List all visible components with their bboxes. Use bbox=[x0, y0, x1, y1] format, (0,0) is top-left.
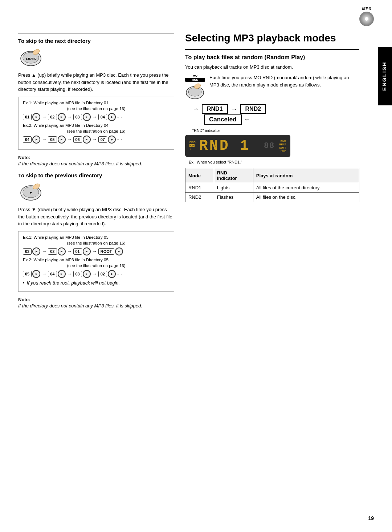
prev-dir-label-02b: 02 bbox=[98, 271, 107, 277]
rnd-label: RND bbox=[185, 78, 205, 82]
bullet-root: • If you reach the root, playback will n… bbox=[23, 280, 170, 286]
prev-dir-node-02: 02 bbox=[48, 247, 65, 255]
dir-label-03: 03 bbox=[73, 114, 82, 120]
dir-icon-06 bbox=[83, 136, 91, 144]
skip-prev-body: Press ▼ (down) briefly while playing an … bbox=[18, 206, 174, 227]
prev-example1-sub: (see the illustration on page 16) bbox=[23, 241, 170, 245]
mo-rnd-button-icon bbox=[185, 82, 205, 99]
prev-arrow-4: → bbox=[42, 271, 46, 277]
random-play-section: To play back files at random (Random Pla… bbox=[185, 54, 359, 202]
rnd-row2: Canceled ← bbox=[185, 114, 359, 125]
prev-example2-title: Ex.2: While playing an MP3 file in Direc… bbox=[23, 258, 170, 262]
display-small-text: 88 bbox=[264, 141, 275, 150]
display-left-labels: DISC CD ♪ bbox=[189, 141, 196, 151]
svg-point-9 bbox=[188, 88, 201, 96]
table-header-mode: Mode bbox=[185, 168, 214, 183]
prev-example2-sub: (see the illustration on page 16) bbox=[23, 263, 170, 268]
skip-prev-heading: To skip to the previous directory bbox=[18, 172, 174, 178]
dir-label-06: 06 bbox=[73, 136, 82, 143]
prev-dir-icon-02b bbox=[108, 270, 116, 278]
skip-next-section: To skip to the next directory ▲BAND Pres… bbox=[18, 38, 174, 167]
prev-button-icon: ▼ bbox=[18, 182, 44, 202]
table-cell-indicator-rnd1: Lights bbox=[214, 183, 253, 193]
dir-node-03: 03 bbox=[73, 113, 91, 121]
display-main-text: RND 1 bbox=[199, 138, 262, 154]
example2-title: Ex.2: While playing an MP3 file in Direc… bbox=[23, 123, 170, 128]
skip-prev-example1: Ex.1: While playing an MP3 file in Direc… bbox=[18, 231, 174, 292]
prev-dir-label-05b: 05 bbox=[23, 271, 32, 277]
arrow-01-02: → bbox=[42, 114, 46, 120]
svg-text:▲BAND: ▲BAND bbox=[25, 57, 36, 60]
prev-dir-icon-02 bbox=[58, 247, 66, 255]
prev-dir-icon-03 bbox=[32, 247, 40, 255]
prev-dir-icon-01 bbox=[83, 247, 91, 255]
dir-node-04b: 04 bbox=[23, 136, 40, 144]
dir-label-04: 04 bbox=[98, 114, 107, 120]
mp3-text: MP3 bbox=[359, 7, 374, 11]
right-column: Selecting MP3 playback modes To play bac… bbox=[185, 33, 377, 314]
table-cell-mode-rnd2: RND2 bbox=[185, 193, 214, 202]
prev-dir-label-04b: 04 bbox=[48, 271, 57, 277]
table-header-rnd: RNDIndicator bbox=[214, 168, 253, 183]
rnd-indicator-icon: RND bbox=[281, 140, 286, 142]
dir-node-07: 07 bbox=[98, 136, 116, 144]
dir-node-06: 06 bbox=[73, 136, 91, 144]
dir-node-01: 01 bbox=[23, 113, 40, 121]
arrow-02-03: → bbox=[67, 114, 72, 120]
dir-icon-04 bbox=[108, 113, 116, 121]
rnd2-label: RND2 bbox=[240, 104, 266, 114]
prev-dir-node-root: ROOT bbox=[98, 247, 123, 255]
dir-icon-01 bbox=[32, 113, 40, 121]
arrow-canceled: ← bbox=[244, 116, 250, 124]
dir-icon-04b bbox=[32, 136, 40, 144]
example2-flow: 04 → 05 → 06 → bbox=[23, 136, 170, 144]
prev-dir-icon-03b bbox=[83, 270, 91, 278]
prev-dir-label-02: 02 bbox=[48, 248, 57, 255]
music-icon: ♪ bbox=[189, 148, 191, 151]
prev-dir-node-04b: 04 bbox=[48, 270, 65, 278]
note-text-1: If the directory does not contain any MP… bbox=[18, 160, 174, 168]
pop-label: POP bbox=[281, 150, 286, 152]
dir-label-01: 01 bbox=[23, 114, 32, 120]
rnd1-label: RND1 bbox=[202, 104, 228, 114]
note-text-2: If the directory does not contain any MP… bbox=[18, 302, 174, 310]
skip-next-body: Press ▲ (up) briefly while playing an MP… bbox=[18, 72, 174, 93]
prev-dir-node-02b: 02 bbox=[98, 270, 116, 278]
example1-sub: (see the illustration on page 16) bbox=[23, 106, 170, 111]
skip-next-heading: To skip to the next directory bbox=[18, 38, 174, 44]
dir-label-05: 05 bbox=[48, 136, 57, 143]
prev-arrow-3: → bbox=[92, 249, 97, 254]
prev-dir-icon-04b bbox=[58, 270, 66, 278]
prev-dir-node-03b: 03 bbox=[73, 270, 91, 278]
dir-icon-02 bbox=[58, 113, 66, 121]
note-label-2: Note: bbox=[18, 297, 30, 302]
mo-rnd-button-wrapper: MO RND bbox=[185, 74, 205, 100]
example1-title: Ex.1: While playing an MP3 file in Direc… bbox=[23, 101, 170, 105]
dashes-2: - - bbox=[117, 137, 123, 142]
prev-dir-label-03: 03 bbox=[23, 248, 32, 255]
page-container: MP3 ENGLISH To skip to the next director… bbox=[0, 0, 392, 532]
dir-node-02: 02 bbox=[48, 113, 65, 121]
dir-label-07: 07 bbox=[98, 136, 107, 143]
skip-prev-section: To skip to the previous directory ▼ Pres… bbox=[18, 172, 174, 309]
prev-dir-label-01: 01 bbox=[73, 248, 82, 255]
prev-arrow-2: → bbox=[67, 249, 72, 254]
prev-arrow-6: → bbox=[92, 271, 97, 277]
skip-prev-note: Note: If the directory does not contain … bbox=[18, 297, 174, 310]
arrow-05-06: → bbox=[67, 137, 72, 142]
display-unit: DISC CD ♪ RND 1 88 RND BEAT SOFT POP bbox=[185, 135, 290, 157]
dashes-3: - - bbox=[117, 271, 123, 277]
band-button-icon: ▲BAND bbox=[18, 48, 44, 68]
mo-rnd-area: MO RND Each time you press MO RND (monau… bbox=[185, 74, 359, 100]
prev-dir-node-01: 01 bbox=[73, 247, 91, 255]
rnd-row1: → RND1 → RND2 bbox=[185, 104, 359, 114]
prev-dir-label-03b: 03 bbox=[73, 271, 82, 277]
english-tab: ENGLISH bbox=[378, 47, 392, 105]
prev-dir-node-03: 03 bbox=[23, 247, 40, 255]
prev-arrow-5: → bbox=[67, 271, 72, 277]
mp3-disc-icon bbox=[359, 12, 374, 26]
dir-icon-07 bbox=[108, 136, 116, 144]
prev-example1-title: Ex.1: While playing an MP3 file in Direc… bbox=[23, 235, 170, 239]
note-label-1: Note: bbox=[18, 155, 30, 160]
svg-text:▼: ▼ bbox=[29, 191, 33, 195]
